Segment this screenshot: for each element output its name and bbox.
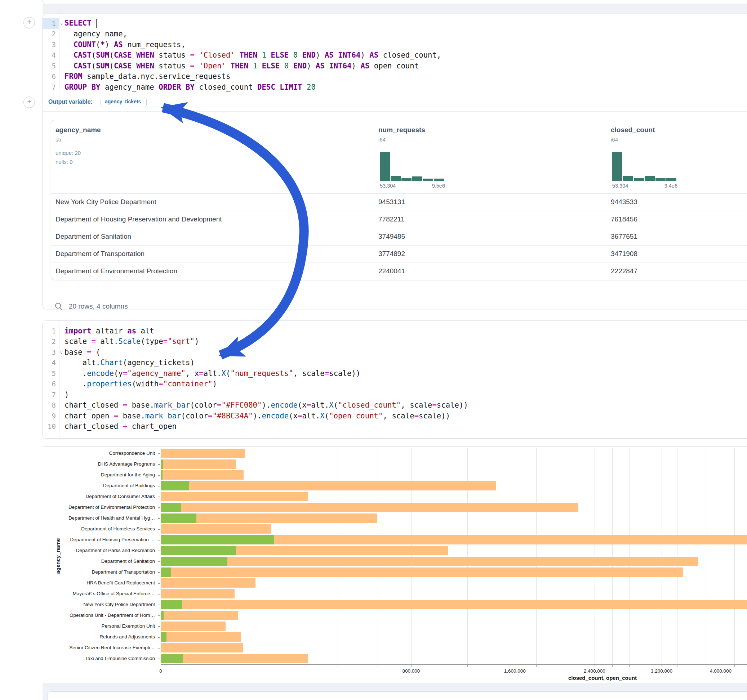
y-axis-tick xyxy=(158,540,160,540)
y-axis-label: DHS Advantage Programs xyxy=(0,459,155,469)
y-axis-tick xyxy=(158,605,160,605)
x-axis-tick xyxy=(594,665,595,667)
bar-closed xyxy=(161,611,238,620)
table-row: New York City Police Department945313194… xyxy=(51,193,747,211)
line-number: 2 xyxy=(43,336,59,347)
table-cell: 3471908 xyxy=(611,250,637,258)
line-number: 5 xyxy=(43,60,59,71)
x-axis-tick-label: 3,200,000 xyxy=(633,668,690,674)
python-code-editor[interactable]: 1import altair as alt2scale = alt.Scale(… xyxy=(43,321,747,432)
column-header[interactable]: closed_count xyxy=(611,126,655,134)
code-line[interactable]: 4 CAST(SUM(CASE WHEN status = 'Closed' T… xyxy=(43,50,747,61)
y-axis-tick xyxy=(158,518,160,519)
code-line[interactable]: 10chart_closed + chart_open xyxy=(43,421,747,432)
table-row: Department of Transportation377489234719… xyxy=(51,245,747,263)
x-axis-line xyxy=(161,664,747,665)
code-line[interactable]: 1import altair as alt xyxy=(43,326,747,336)
table-cell: 3677651 xyxy=(611,232,637,241)
code-line[interactable]: 3∨base = ( xyxy=(43,347,747,358)
x-axis-title: closed_count, open_count xyxy=(494,675,711,681)
code-line[interactable]: 7) xyxy=(43,389,747,400)
code-line[interactable]: 6FROM sample_data.nyc.service_requests xyxy=(43,71,747,82)
line-number: 1 xyxy=(43,18,59,29)
output-variable-chip[interactable]: agency_tickets xyxy=(101,97,147,107)
dataframe-preview[interactable]: agency_namestrunique: 20nulls: 0num_requ… xyxy=(51,120,747,280)
y-axis-label: Department of Consumer Affairs xyxy=(0,491,155,502)
column-type: i64 xyxy=(378,136,386,143)
altair-bar-chart: closed_count, open_count agency_name 080… xyxy=(0,448,747,683)
column-stat: unique: 20 xyxy=(56,150,81,156)
table-cell: Department of Sanitation xyxy=(56,232,131,241)
x-axis-tick xyxy=(721,665,721,667)
table-row: Department of Housing Preservation and D… xyxy=(51,211,747,228)
bar-open xyxy=(161,513,197,523)
code-line[interactable]: 7GROUP BY agency_name ORDER BY closed_co… xyxy=(43,82,747,92)
collapse-chevron-icon[interactable]: ∨ xyxy=(60,21,63,26)
code-text: COUNT(*) AS num_requests, xyxy=(65,40,186,49)
table-row: Department of Sanitation37494853677651 xyxy=(51,228,747,246)
code-text: FROM sample_data.nyc.service_requests xyxy=(65,72,230,81)
column-header[interactable]: agency_name xyxy=(56,126,101,134)
code-text: GROUP BY agency_name ORDER BY closed_cou… xyxy=(65,83,316,92)
search-icon[interactable] xyxy=(54,302,63,311)
code-text: chart_open = base.mark_bar(color="#8BC34… xyxy=(65,412,450,420)
add-cell-button[interactable]: + xyxy=(23,97,35,108)
line-number: 8 xyxy=(43,400,59,411)
line-number: 3 xyxy=(43,39,59,50)
line-number: 9 xyxy=(43,410,59,421)
gridline xyxy=(629,448,629,664)
add-cell-button[interactable]: + xyxy=(23,17,35,29)
table-footer-row[interactable]: 20 rows, 4 columns xyxy=(51,299,128,314)
code-line[interactable]: 5 .encode(y="agency_name", x=alt.X("num_… xyxy=(43,368,747,379)
bar-closed xyxy=(161,622,225,631)
code-line[interactable]: 4 alt.Chart(agency_tickets) xyxy=(43,358,747,368)
bar-closed xyxy=(161,578,256,588)
y-axis-tick xyxy=(158,561,160,562)
y-axis-tick xyxy=(158,616,160,616)
divider xyxy=(43,111,747,112)
table-cell: Department of Transportation xyxy=(56,250,145,258)
bar-open xyxy=(161,459,163,469)
bar-closed xyxy=(161,567,683,577)
code-line[interactable]: 2 agency_name, xyxy=(43,29,747,39)
column-header[interactable]: num_requests xyxy=(378,126,425,134)
code-line[interactable]: 1∨SELECT xyxy=(43,18,747,29)
bar-closed xyxy=(161,589,234,599)
bar-closed xyxy=(161,470,243,480)
code-line[interactable]: 8chart_closed = base.mark_bar(color="#FF… xyxy=(43,400,747,411)
bar-closed xyxy=(161,503,578,512)
code-line[interactable]: 6 .properties(width="container") xyxy=(43,379,747,389)
y-axis-tick xyxy=(158,594,160,594)
sql-code-editor[interactable]: 1∨SELECT 2 agency_name,3 COUNT(*) AS num… xyxy=(43,14,747,92)
gridline xyxy=(338,448,338,664)
x-axis-tick xyxy=(612,665,612,667)
cell-gap xyxy=(42,4,747,14)
x-axis-tick xyxy=(662,665,662,667)
python-cell[interactable]: 1import altair as alt2scale = alt.Scale(… xyxy=(42,320,747,439)
code-line[interactable]: 2scale = alt.Scale(type="sqrt") xyxy=(43,336,747,347)
x-axis-tick xyxy=(441,665,441,667)
y-axis-label: Department of Housing Preservation … xyxy=(0,534,155,545)
x-axis-tick-label: 800,000 xyxy=(382,668,440,674)
bar-open xyxy=(161,611,163,620)
bar-open xyxy=(161,481,189,490)
code-line[interactable]: 9chart_open = base.mark_bar(color="#8BC3… xyxy=(43,410,747,421)
y-axis-tick xyxy=(158,464,160,465)
gridline xyxy=(378,448,378,664)
output-variable-label: Output variable: xyxy=(48,99,92,105)
bar-closed xyxy=(161,449,245,458)
code-line[interactable]: 5 CAST(SUM(CASE WHEN status = 'Open' THE… xyxy=(43,60,747,71)
sql-cell[interactable]: 1∨SELECT 2 agency_name,3 COUNT(*) AS num… xyxy=(42,14,747,309)
gridline xyxy=(612,448,612,664)
bar-closed xyxy=(161,632,241,642)
histogram-min-label: 53,304 xyxy=(380,183,396,189)
bar-closed xyxy=(161,459,236,469)
gridline xyxy=(492,448,492,664)
collapse-chevron-icon[interactable]: ∨ xyxy=(60,350,63,355)
table-cell: Department of Environmental Protection xyxy=(56,267,177,275)
code-text: chart_closed = base.mark_bar(color="#FFC… xyxy=(65,401,468,409)
line-number: 7 xyxy=(43,82,59,92)
code-line[interactable]: 3 COUNT(*) AS num_requests, xyxy=(43,39,747,50)
x-axis-tick xyxy=(492,665,492,667)
gridline xyxy=(411,448,411,664)
